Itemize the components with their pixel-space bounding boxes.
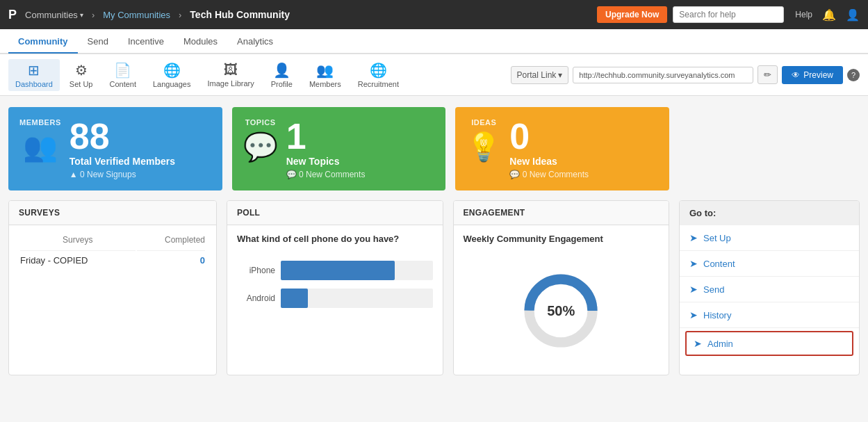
communities-label: Communities [25, 10, 78, 20]
topics-label: TOPICS [245, 118, 276, 127]
preview-button[interactable]: 👁 Preview [782, 66, 843, 84]
bottom-row: SURVEYS Surveys Completed Friday - COPIE… [8, 200, 860, 375]
bar-fill [281, 289, 308, 308]
profile-icon: 👤 [273, 62, 290, 79]
arrow-icon: ➤ [689, 232, 698, 243]
arrow-icon: ➤ [689, 284, 698, 295]
brand-logo: P [8, 8, 17, 22]
arrow-icon: ➤ [689, 309, 698, 320]
main-content: MEMBERS 👥 88 Total Verified Members ▲ 0 … [0, 96, 868, 387]
upgrade-button[interactable]: Upgrade Now [597, 6, 667, 23]
ideas-label: IDEAS [471, 118, 496, 127]
tool-recruitment-label: Recruitment [358, 80, 399, 88]
nav-send[interactable]: Send [78, 31, 118, 54]
toolbar-help-icon[interactable]: ? [847, 69, 860, 81]
topics-number: 1 [286, 118, 366, 154]
communities-chevron-icon: ▾ [80, 11, 83, 19]
portal-link-group: Portal Link ▾ ✏ 👁 Preview ? [511, 65, 860, 84]
topics-card-left: TOPICS 💬 [243, 118, 278, 163]
engagement-panel: ENGAGEMENT Weekly Community Engagement 5… [453, 200, 670, 375]
engagement-title: Weekly Community Engagement [464, 234, 660, 244]
portal-link-label: Portal Link [517, 70, 557, 80]
breadcrumb-sep-1: › [92, 10, 95, 20]
portal-link-button[interactable]: Portal Link ▾ [511, 66, 569, 84]
topics-card: TOPICS 💬 1 New Topics 💬 0 New Comments [232, 107, 446, 190]
nav-incentive[interactable]: Incentive [118, 31, 174, 54]
stat-cards-row: MEMBERS 👥 88 Total Verified Members ▲ 0 … [8, 107, 860, 190]
sidebar-item-history[interactable]: ➤History [680, 302, 859, 328]
surveys-col-survey: Surveys [20, 235, 136, 249]
breadcrumb-sep-2: › [179, 10, 181, 20]
arrow-icon: ➤ [694, 338, 702, 349]
sidebar-item-set-up[interactable]: ➤Set Up [680, 225, 859, 251]
nav-analytics[interactable]: Analytics [227, 31, 283, 54]
tool-image-library-label: Image Library [207, 79, 254, 88]
tool-image-library[interactable]: 🖼 Image Library [200, 59, 261, 90]
help-link[interactable]: Help [795, 10, 812, 19]
bar-chart: iPhone Android [237, 255, 433, 322]
members-card: MEMBERS 👥 88 Total Verified Members ▲ 0 … [8, 107, 222, 190]
bar-fill [281, 261, 395, 280]
tool-setup-label: Set Up [69, 80, 93, 88]
members-title: Total Verified Members [69, 156, 175, 167]
tool-content[interactable]: 📄 Content [102, 59, 143, 91]
members-number: 88 [69, 118, 175, 154]
secondary-nav: Community Send Incentive Modules Analyti… [0, 29, 868, 54]
tool-dashboard-label: Dashboard [15, 80, 53, 88]
bar-track [281, 289, 433, 308]
portal-url-input[interactable] [573, 67, 753, 83]
image-library-icon: 🖼 [224, 62, 238, 78]
tool-setup[interactable]: ⚙ Set Up [63, 59, 100, 91]
communities-dropdown[interactable]: Communities ▾ [25, 10, 83, 20]
tool-profile[interactable]: 👤 Profile [264, 59, 300, 91]
tool-dashboard[interactable]: ⊞ Dashboard [8, 59, 60, 91]
user-avatar[interactable]: 👤 [846, 8, 860, 22]
sidebar-item-admin[interactable]: ➤Admin [685, 331, 853, 356]
content-icon: 📄 [114, 62, 131, 79]
languages-icon: 🌐 [163, 62, 181, 79]
portal-edit-button[interactable]: ✏ [758, 65, 778, 84]
recruitment-icon: 🌐 [370, 62, 387, 79]
sidebar-item-label: Send [703, 284, 724, 295]
notifications-icon[interactable]: 🔔 [822, 8, 836, 22]
ideas-sub: 💬 0 New Comments [509, 170, 589, 179]
search-input[interactable] [673, 6, 784, 23]
my-communities-link[interactable]: My Communities [103, 10, 170, 20]
ideas-icon: 💡 [466, 131, 501, 163]
toolbar: ⊞ Dashboard ⚙ Set Up 📄 Content 🌐 Languag… [0, 54, 868, 96]
tool-members[interactable]: 👥 Members [302, 59, 348, 91]
tool-profile-label: Profile [271, 80, 293, 88]
table-row: Friday - COPIED0 [20, 250, 205, 270]
ideas-title: New Ideas [509, 156, 589, 167]
sidebar-items: ➤Set Up➤Content➤Send➤History➤Admin [680, 225, 859, 356]
surveys-panel-body: Surveys Completed Friday - COPIED0 [9, 225, 216, 279]
tool-recruitment[interactable]: 🌐 Recruitment [351, 59, 406, 91]
members-sub: ▲ 0 New Signups [69, 170, 175, 179]
sidebar-item-content[interactable]: ➤Content [680, 251, 859, 277]
sidebar-header: Go to: [680, 201, 859, 225]
dashboard-icon: ⊞ [28, 62, 40, 79]
nav-modules[interactable]: Modules [174, 31, 227, 54]
engagement-panel-body: Weekly Community Engagement 50% [454, 225, 669, 375]
poll-question: What kind of cell phone do you have? [237, 234, 433, 244]
top-right-spacer [679, 107, 860, 190]
sidebar-item-send[interactable]: ➤Send [680, 277, 859, 302]
eye-icon: 👁 [792, 70, 800, 80]
topics-icon: 💬 [243, 131, 278, 163]
tool-languages[interactable]: 🌐 Languages [146, 59, 197, 91]
surveys-table: Surveys Completed Friday - COPIED0 [19, 234, 206, 271]
surveys-col-completed: Completed [137, 235, 206, 249]
surveys-panel: SURVEYS Surveys Completed Friday - COPIE… [8, 200, 217, 375]
survey-completed: 0 [137, 250, 206, 270]
tool-members-label: Members [309, 80, 341, 88]
donut-chart: 50% [519, 269, 603, 352]
preview-label: Preview [803, 70, 833, 80]
bar-label: Android [237, 293, 275, 303]
current-community-label: Tech Hub Community [190, 9, 290, 20]
survey-name: Friday - COPIED [20, 250, 136, 270]
nav-community[interactable]: Community [8, 31, 78, 54]
portal-link-chevron: ▾ [558, 70, 562, 80]
members-card-right: 88 Total Verified Members ▲ 0 New Signup… [69, 118, 175, 179]
surveys-panel-header: SURVEYS [9, 201, 216, 225]
ideas-card-right: 0 New Ideas 💬 0 New Comments [509, 118, 589, 179]
